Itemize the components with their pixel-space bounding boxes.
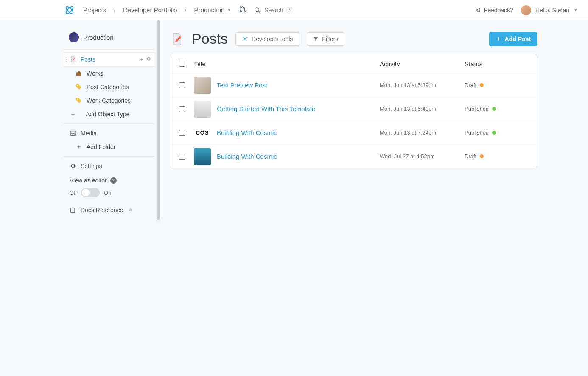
gear-icon[interactable]: ⚙ xyxy=(146,56,151,63)
svg-point-5 xyxy=(255,8,259,11)
sidebar-item-label: Settings xyxy=(81,163,102,169)
status-dot-icon xyxy=(480,154,484,158)
sidebar-item-posts[interactable]: ⋮⋮ Posts ＋ ⚙ xyxy=(64,52,154,67)
developer-tools-button[interactable]: Developer tools xyxy=(235,32,299,46)
tag-icon xyxy=(76,97,82,104)
feedback-link[interactable]: Feedback? xyxy=(476,7,513,14)
sidebar-item-works[interactable]: Works xyxy=(64,67,154,80)
sidebar-item-label: Works xyxy=(87,70,103,77)
sidebar-item-label: Docs Reference xyxy=(81,207,123,213)
chevron-down-icon: ▼ xyxy=(227,8,231,12)
user-menu[interactable]: Hello, Stefan ▼ xyxy=(521,5,578,15)
filter-icon xyxy=(313,36,319,42)
row-title-link[interactable]: Building With Cosmic xyxy=(217,129,277,136)
filters-button[interactable]: Filters xyxy=(307,32,344,46)
book-icon xyxy=(70,207,76,213)
svg-point-4 xyxy=(244,11,246,12)
add-post-button[interactable]: ＋ Add Post xyxy=(489,32,537,46)
tag-icon xyxy=(76,84,82,90)
svg-point-8 xyxy=(77,85,78,86)
row-activity: Mon, Jun 13 at 5:39pm xyxy=(380,82,465,88)
pull-request-icon[interactable] xyxy=(239,6,246,14)
row-checkbox[interactable] xyxy=(179,82,185,88)
row-title-link[interactable]: Test Preview Post xyxy=(217,81,267,89)
sidebar-item-post-categories[interactable]: Post Categories xyxy=(64,80,154,94)
row-thumbnail xyxy=(194,101,211,118)
table-row[interactable]: Getting Started With This TemplateMon, J… xyxy=(170,97,537,121)
sidebar-add-folder[interactable]: ＋ Add Folder xyxy=(64,140,154,154)
page-title: Posts xyxy=(192,31,228,47)
app-logo-icon xyxy=(64,4,76,16)
table-row[interactable]: Test Preview PostMon, Jun 13 at 5:39pmDr… xyxy=(170,73,537,97)
toggle-on-label: On xyxy=(104,190,111,196)
status-dot-icon xyxy=(480,83,484,87)
greeting-text: Hello, Stefan xyxy=(535,7,569,14)
avatar xyxy=(521,5,531,15)
posts-page-icon xyxy=(170,32,184,46)
bucket-label: Production xyxy=(83,34,114,41)
breadcrumb-separator: / xyxy=(114,7,115,14)
row-checkbox[interactable] xyxy=(179,130,185,136)
breadcrumb-project[interactable]: Developer Portfolio xyxy=(123,6,177,14)
sidebar-item-label: Add Folder xyxy=(87,143,115,150)
table-row[interactable]: Building With CosmicWed, Jul 27 at 4:52p… xyxy=(170,144,537,168)
row-status: Draft xyxy=(465,82,537,88)
sidebar-item-settings[interactable]: ⚙ Settings xyxy=(64,159,154,173)
row-activity: Mon, Jun 13 at 5:41pm xyxy=(380,106,465,112)
plus-icon: ＋ xyxy=(70,111,76,118)
col-title[interactable]: Title xyxy=(194,60,380,67)
search-label: Search xyxy=(264,7,283,14)
sidebar-item-label: Work Categories xyxy=(87,97,131,104)
search-shortcut: / xyxy=(287,7,292,13)
status-dot-icon xyxy=(492,107,496,111)
posts-table: Title Activity Status Test Preview PostM… xyxy=(170,54,537,168)
row-status: Published xyxy=(465,106,537,112)
breadcrumb-env[interactable]: Production ▼ xyxy=(194,6,232,14)
select-all-checkbox[interactable] xyxy=(179,61,185,67)
row-checkbox[interactable] xyxy=(179,106,185,112)
megaphone-icon xyxy=(476,7,482,13)
svg-point-3 xyxy=(240,11,242,12)
sidebar-item-docs[interactable]: Docs Reference ⧉ xyxy=(64,203,154,217)
image-icon xyxy=(70,130,76,137)
topbar: Projects / Developer Portfolio / Product… xyxy=(0,0,588,20)
search-button[interactable]: Search / xyxy=(254,7,292,14)
add-icon[interactable]: ＋ xyxy=(139,56,144,63)
row-activity: Wed, Jul 27 at 4:52pm xyxy=(380,153,465,160)
breadcrumb-projects[interactable]: Projects xyxy=(83,6,106,14)
help-icon[interactable]: ? xyxy=(110,177,117,184)
row-title-link[interactable]: Building With Cosmic xyxy=(217,153,277,160)
row-activity: Mon, Jun 13 at 7:24pm xyxy=(380,129,465,136)
view-as-editor-label: View as editor ? xyxy=(64,173,154,186)
table-row[interactable]: COSBuilding With CosmicMon, Jun 13 at 7:… xyxy=(170,121,537,144)
svg-rect-7 xyxy=(78,71,80,73)
sidebar-bucket[interactable]: Production xyxy=(64,32,154,49)
svg-rect-6 xyxy=(76,72,81,76)
toggle-off-label: Off xyxy=(70,190,77,196)
row-status: Draft xyxy=(465,153,537,160)
sidebar-add-object-type[interactable]: ＋ Add Object Type xyxy=(64,107,154,121)
col-status[interactable]: Status xyxy=(465,60,537,67)
view-editor-toggle[interactable] xyxy=(81,188,100,197)
bucket-icon xyxy=(69,32,79,42)
sidebar-item-media[interactable]: Media xyxy=(64,126,154,140)
row-title-link[interactable]: Getting Started With This Template xyxy=(217,105,315,112)
gear-icon: ⚙ xyxy=(70,163,76,169)
sidebar-item-label: Add Object Type xyxy=(86,111,129,118)
drag-handle-icon[interactable]: ⋮⋮ xyxy=(64,56,74,62)
sidebar-item-work-categories[interactable]: Work Categories xyxy=(64,94,154,107)
sidebar: Production ⋮⋮ Posts ＋ ⚙ Works xyxy=(64,20,154,224)
main: Posts Developer tools Filters ＋ Add Post… xyxy=(160,20,588,224)
col-activity[interactable]: Activity xyxy=(380,60,465,67)
plus-icon: ＋ xyxy=(496,35,501,43)
row-thumbnail: COS xyxy=(194,124,211,141)
sidebar-item-label: Post Categories xyxy=(87,84,129,90)
external-link-icon: ⧉ xyxy=(129,208,132,213)
chevron-down-icon: ▼ xyxy=(574,8,578,12)
sidebar-scrollbar[interactable] xyxy=(156,20,160,224)
row-checkbox[interactable] xyxy=(179,154,185,160)
plus-icon: ＋ xyxy=(76,143,82,150)
search-icon xyxy=(254,7,261,14)
svg-point-9 xyxy=(77,99,78,100)
row-status: Published xyxy=(465,129,537,136)
